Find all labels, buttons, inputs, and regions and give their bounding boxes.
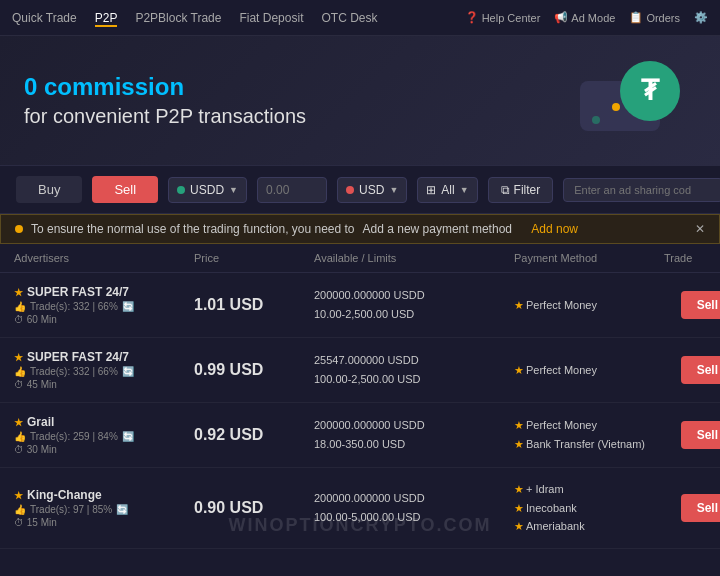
nav-bar: Quick Trade P2P P2PBlock Trade Fiat Depo… <box>12 9 377 27</box>
trade-controls: Buy Sell USDD ▼ USD ▼ ⊞ All ▼ ⧉ Filter <box>0 166 720 214</box>
payment-item: ★Bank Transfer (Vietnam) <box>514 435 664 454</box>
megaphone-icon: 📢 <box>554 11 568 24</box>
available-limits: 200000.000000 USDD18.00-350.00 USD <box>314 416 514 453</box>
advertiser-name: ★SUPER FAST 24/7 <box>14 285 194 299</box>
sell-action-button[interactable]: Sell <box>681 494 720 522</box>
orders-link[interactable]: 📋 Orders <box>629 11 680 24</box>
nav-p2p[interactable]: P2P <box>95 9 118 27</box>
table-header: Advertisers Price Available / Limits Pay… <box>0 244 720 273</box>
payment-methods: ★Perfect Money <box>514 296 664 315</box>
thumb-icon: 👍 <box>14 301 26 312</box>
help-center-link[interactable]: ❓ Help Center <box>465 11 541 24</box>
advertiser-time: ⏱ 15 Min <box>14 517 194 528</box>
advertiser-info: ★SUPER FAST 24/7 👍 Trade(s): 332 | 66% 🔄… <box>14 285 194 325</box>
payment-item: ★Perfect Money <box>514 416 664 435</box>
refresh-icon: 🔄 <box>122 366 134 377</box>
banner-subtext: for convenient P2P transactions <box>24 105 306 128</box>
sell-button[interactable]: Sell <box>92 176 158 203</box>
advertiser-time: ⏱ 45 Min <box>14 379 194 390</box>
header-actions: ❓ Help Center 📢 Ad Mode 📋 Orders ⚙️ <box>465 11 708 24</box>
thumb-icon: 👍 <box>14 366 26 377</box>
advertiser-time: ⏱ 60 Min <box>14 314 194 325</box>
currency-select[interactable]: USD ▼ <box>337 177 407 203</box>
banner-graphic: ₮ <box>580 61 680 141</box>
table-row: ★Grail 👍 Trade(s): 259 | 84% 🔄 ⏱ 30 Min … <box>0 403 720 468</box>
payment-item: ★Perfect Money <box>514 296 664 315</box>
advertiser-info: ★King-Change 👍 Trade(s): 97 | 85% 🔄 ⏱ 15… <box>14 488 194 528</box>
refresh-icon: 🔄 <box>116 504 128 515</box>
star-icon: ★ <box>14 287 23 298</box>
chevron-down-icon: ▼ <box>229 185 238 195</box>
advertiser-trades: 👍 Trade(s): 332 | 66% 🔄 <box>14 301 194 312</box>
tether-icon: ₮ <box>620 61 680 121</box>
star-icon: ★ <box>14 417 23 428</box>
sell-action-button[interactable]: Sell <box>681 356 720 384</box>
payment-item: ★Inecobank <box>514 499 664 518</box>
payment-item: ★Ameriabank <box>514 517 664 536</box>
advertiser-trades: 👍 Trade(s): 332 | 66% 🔄 <box>14 366 194 377</box>
advertiser-time: ⏱ 30 Min <box>14 444 194 455</box>
sliders-icon: ⧉ <box>501 183 510 197</box>
sharing-code-input[interactable] <box>563 178 720 202</box>
nav-fiat-deposit[interactable]: Fiat Deposit <box>239 9 303 27</box>
payment-item: ★Perfect Money <box>514 361 664 380</box>
advertiser-info: ★SUPER FAST 24/7 👍 Trade(s): 332 | 66% 🔄… <box>14 350 194 390</box>
settings-icon: ⚙️ <box>694 11 708 24</box>
orange-dot <box>612 103 620 111</box>
advertiser-trades: 👍 Trade(s): 259 | 84% 🔄 <box>14 431 194 442</box>
nav-otc-desk[interactable]: OTC Desk <box>321 9 377 27</box>
sell-action-button[interactable]: Sell <box>681 291 720 319</box>
payment-methods: ★+ Idram★Inecobank★Ameriabank <box>514 480 664 536</box>
sell-action-button[interactable]: Sell <box>681 421 720 449</box>
payment-methods: ★Perfect Money★Bank Transfer (Vietnam) <box>514 416 664 453</box>
usd-dot <box>346 186 354 194</box>
filter-icon: ⊞ <box>426 183 436 197</box>
col-payment: Payment Method <box>514 252 664 264</box>
add-now-link[interactable]: Add now <box>531 222 578 236</box>
col-trade: Trade <box>664 252 720 264</box>
filter-all-select[interactable]: ⊞ All ▼ <box>417 177 477 203</box>
star-icon: ★ <box>14 490 23 501</box>
price-value: 1.01 USD <box>194 296 314 314</box>
notice-dot <box>15 225 23 233</box>
col-price: Price <box>194 252 314 264</box>
list-icon: 📋 <box>629 11 643 24</box>
price-value: 0.90 USD <box>194 499 314 517</box>
refresh-icon: 🔄 <box>122 431 134 442</box>
crypto-select[interactable]: USDD ▼ <box>168 177 247 203</box>
amount-input[interactable] <box>257 177 327 203</box>
banner-text: 0 commission for convenient P2P transact… <box>24 73 306 129</box>
close-icon[interactable]: ✕ <box>695 222 705 236</box>
advertiser-name: ★Grail <box>14 415 194 429</box>
table-row: ★SUPER FAST 24/7 👍 Trade(s): 332 | 66% 🔄… <box>0 338 720 403</box>
settings-icon-btn[interactable]: ⚙️ <box>694 11 708 24</box>
nav-p2pblock[interactable]: P2PBlock Trade <box>135 9 221 27</box>
nav-quick-trade[interactable]: Quick Trade <box>12 9 77 27</box>
thumb-icon: 👍 <box>14 431 26 442</box>
filter-button[interactable]: ⧉ Filter <box>488 177 554 203</box>
notice-text: To ensure the normal use of the trading … <box>31 222 355 236</box>
star-icon: ★ <box>14 352 23 363</box>
advertiser-name: ★SUPER FAST 24/7 <box>14 350 194 364</box>
notice-action: Add a new payment method <box>363 222 512 236</box>
available-limits: 200000.000000 USDD100.00-5,000.00 USD <box>314 489 514 526</box>
chevron-down-icon3: ▼ <box>460 185 469 195</box>
available-limits: 25547.000000 USDD100.00-2,500.00 USD <box>314 351 514 388</box>
refresh-icon: 🔄 <box>122 301 134 312</box>
promo-banner: 0 commission for convenient P2P transact… <box>0 36 720 166</box>
payment-item: ★+ Idram <box>514 480 664 499</box>
thumb-icon: 👍 <box>14 504 26 515</box>
chevron-down-icon2: ▼ <box>389 185 398 195</box>
price-value: 0.99 USD <box>194 361 314 379</box>
buy-button[interactable]: Buy <box>16 176 82 203</box>
advertiser-name: ★King-Change <box>14 488 194 502</box>
col-available: Available / Limits <box>314 252 514 264</box>
available-limits: 200000.000000 USDD10.00-2,500.00 USD <box>314 286 514 323</box>
header: Quick Trade P2P P2PBlock Trade Fiat Depo… <box>0 0 720 36</box>
table-body: ★SUPER FAST 24/7 👍 Trade(s): 332 | 66% 🔄… <box>0 273 720 549</box>
advertiser-info: ★Grail 👍 Trade(s): 259 | 84% 🔄 ⏱ 30 Min <box>14 415 194 455</box>
usdd-dot <box>177 186 185 194</box>
col-advertisers: Advertisers <box>14 252 194 264</box>
ad-mode-link[interactable]: 📢 Ad Mode <box>554 11 615 24</box>
notice-bar: To ensure the normal use of the trading … <box>0 214 720 244</box>
